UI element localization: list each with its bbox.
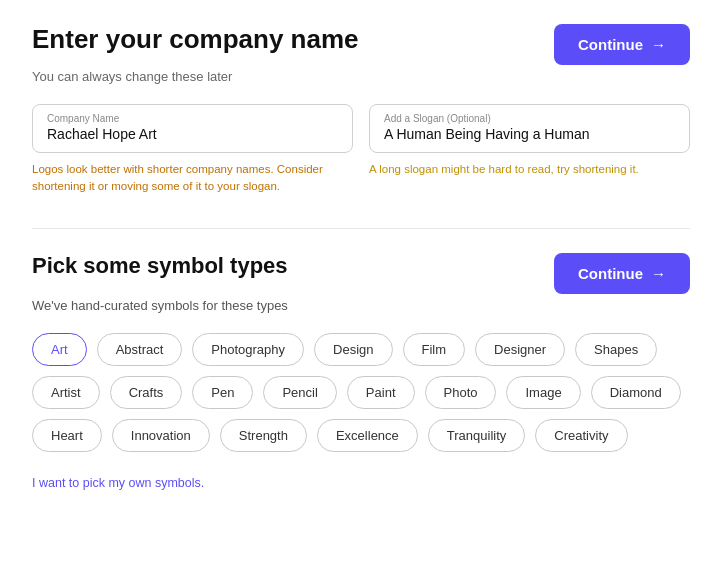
tag-diamond[interactable]: Diamond [591, 376, 681, 409]
tag-creativity[interactable]: Creativity [535, 419, 627, 452]
continue-button-2[interactable]: Continue → [554, 253, 690, 294]
section1-header: Enter your company name Continue → [32, 24, 690, 65]
tag-designer[interactable]: Designer [475, 333, 565, 366]
continue-label-1: Continue [578, 36, 643, 53]
hints-row: Logos look better with shorter company n… [32, 161, 690, 196]
tags-container: ArtAbstractPhotographyDesignFilmDesigner… [32, 333, 690, 452]
company-name-label: Company Name [47, 113, 338, 124]
section2-subtitle: We've hand-curated symbols for these typ… [32, 298, 690, 313]
tag-photo[interactable]: Photo [425, 376, 497, 409]
tag-design[interactable]: Design [314, 333, 392, 366]
section2-header: Pick some symbol types Continue → [32, 253, 690, 294]
tag-paint[interactable]: Paint [347, 376, 415, 409]
continue-button-1[interactable]: Continue → [554, 24, 690, 65]
tag-pencil[interactable]: Pencil [263, 376, 336, 409]
inputs-row: Company Name Rachael Hope Art Add a Slog… [32, 104, 690, 153]
tag-excellence[interactable]: Excellence [317, 419, 418, 452]
continue-arrow-1: → [651, 36, 666, 53]
slogan-value: A Human Being Having a Human [384, 126, 675, 142]
tag-film[interactable]: Film [403, 333, 466, 366]
tag-shapes[interactable]: Shapes [575, 333, 657, 366]
section1-subtitle: You can always change these later [32, 69, 690, 84]
company-name-value: Rachael Hope Art [47, 126, 338, 142]
hint-slogan: A long slogan might be hard to read, try… [369, 161, 690, 196]
tag-tranquility[interactable]: Tranquility [428, 419, 525, 452]
tag-artist[interactable]: Artist [32, 376, 100, 409]
slogan-input[interactable]: Add a Slogan (Optional) A Human Being Ha… [369, 104, 690, 153]
pick-own-symbols-link[interactable]: I want to pick my own symbols. [32, 476, 204, 490]
tag-image[interactable]: Image [506, 376, 580, 409]
tag-pen[interactable]: Pen [192, 376, 253, 409]
tag-abstract[interactable]: Abstract [97, 333, 183, 366]
tag-photography[interactable]: Photography [192, 333, 304, 366]
continue-label-2: Continue [578, 265, 643, 282]
tag-crafts[interactable]: Crafts [110, 376, 183, 409]
tag-heart[interactable]: Heart [32, 419, 102, 452]
section2-title: Pick some symbol types [32, 253, 288, 279]
tag-strength[interactable]: Strength [220, 419, 307, 452]
section-divider [32, 228, 690, 229]
page-title: Enter your company name [32, 24, 359, 55]
continue-arrow-2: → [651, 265, 666, 282]
tag-art[interactable]: Art [32, 333, 87, 366]
tag-innovation[interactable]: Innovation [112, 419, 210, 452]
hint-company: Logos look better with shorter company n… [32, 161, 353, 196]
slogan-label: Add a Slogan (Optional) [384, 113, 675, 124]
company-name-input[interactable]: Company Name Rachael Hope Art [32, 104, 353, 153]
